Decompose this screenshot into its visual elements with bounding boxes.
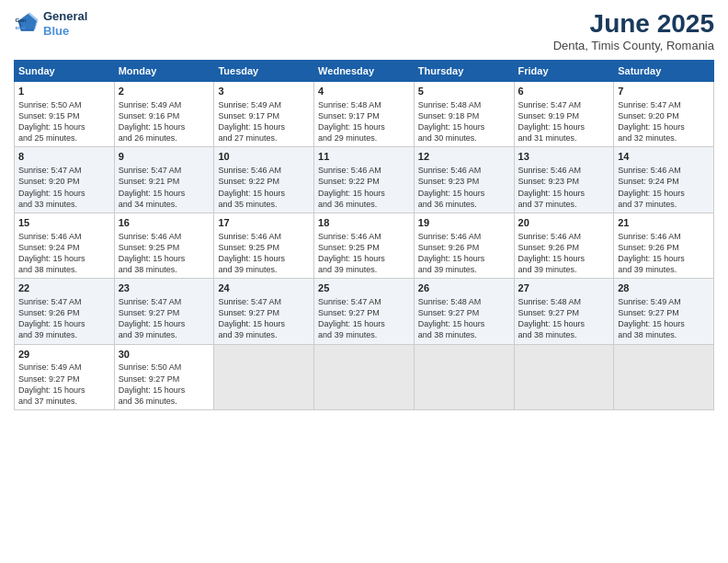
day-info-line: Sunrise: 5:49 AM <box>618 296 710 307</box>
day-info-line: Sunset: 9:27 PM <box>418 307 510 318</box>
day-info-line: Sunrise: 5:46 AM <box>418 231 510 242</box>
day-info-line: and 35 minutes. <box>218 199 310 210</box>
day-info-line: Daylight: 15 hours <box>119 318 210 329</box>
day-info-line: Sunrise: 5:46 AM <box>518 231 610 242</box>
day-number: 24 <box>218 282 310 295</box>
logo-text: GeneralBlue <box>43 9 87 38</box>
day-info-line: Sunrise: 5:48 AM <box>318 99 410 110</box>
day-info-line: Sunrise: 5:46 AM <box>618 231 710 242</box>
day-info-line: and 38 minutes. <box>518 329 610 340</box>
day-info-line: Daylight: 15 hours <box>119 253 210 264</box>
day-number: 1 <box>18 85 110 98</box>
day-info-line: and 37 minutes. <box>518 199 610 210</box>
day-info-line: Sunrise: 5:46 AM <box>518 165 610 176</box>
day-info-line: Daylight: 15 hours <box>318 318 410 329</box>
day-number: 17 <box>218 216 310 230</box>
day-info-line: Daylight: 15 hours <box>218 121 310 132</box>
day-info-line: Sunset: 9:21 PM <box>119 176 210 187</box>
day-number: 19 <box>418 216 510 230</box>
day-info-line: Daylight: 15 hours <box>18 188 110 199</box>
day-info-line: Sunrise: 5:46 AM <box>618 165 710 176</box>
day-info-line: Daylight: 15 hours <box>119 121 210 132</box>
day-info-line: Sunrise: 5:47 AM <box>18 165 110 176</box>
day-info-line: Sunrise: 5:47 AM <box>218 296 310 307</box>
day-number: 16 <box>119 216 210 230</box>
svg-text:Gen: Gen <box>16 17 27 23</box>
day-info-line: Sunset: 9:27 PM <box>218 307 310 318</box>
day-number: 25 <box>318 282 410 295</box>
header-cell-monday: Monday <box>114 61 214 82</box>
day-cell: 6Sunrise: 5:47 AMSunset: 9:19 PMDaylight… <box>514 82 614 147</box>
day-number: 18 <box>318 216 410 230</box>
header: Gen eral GeneralBlue June 2025 Denta, Ti… <box>14 9 714 52</box>
day-info-line: and 39 minutes. <box>318 264 410 275</box>
day-number: 13 <box>518 150 610 164</box>
day-number: 6 <box>518 85 610 98</box>
day-info-line: Sunrise: 5:46 AM <box>318 231 410 242</box>
day-info-line: Daylight: 15 hours <box>618 253 710 264</box>
day-info-line: Sunset: 9:27 PM <box>119 307 210 318</box>
logo-icon: Gen eral <box>14 11 40 37</box>
day-info-line: Sunset: 9:25 PM <box>218 242 310 253</box>
day-cell: 4Sunrise: 5:48 AMSunset: 9:17 PMDaylight… <box>314 82 415 147</box>
day-info-line: Sunset: 9:25 PM <box>318 242 410 253</box>
day-cell: 25Sunrise: 5:47 AMSunset: 9:27 PMDayligh… <box>314 279 415 344</box>
day-number: 12 <box>418 150 510 164</box>
day-info-line: Sunset: 9:26 PM <box>518 242 610 253</box>
week-row-5: 29Sunrise: 5:49 AMSunset: 9:27 PMDayligh… <box>15 344 714 409</box>
day-info-line: Sunset: 9:26 PM <box>418 242 510 253</box>
week-row-4: 22Sunrise: 5:47 AMSunset: 9:26 PMDayligh… <box>15 279 714 344</box>
day-cell: 12Sunrise: 5:46 AMSunset: 9:23 PMDayligh… <box>414 147 514 213</box>
day-cell: 23Sunrise: 5:47 AMSunset: 9:27 PMDayligh… <box>114 279 214 344</box>
day-info-line: and 29 minutes. <box>318 132 410 144</box>
day-info-line: and 31 minutes. <box>518 132 610 144</box>
day-info-line: Sunrise: 5:47 AM <box>318 296 410 307</box>
day-info-line: Daylight: 15 hours <box>518 121 610 132</box>
day-info-line: Daylight: 15 hours <box>418 253 510 264</box>
calendar-body: 1Sunrise: 5:50 AMSunset: 9:15 PMDaylight… <box>15 82 714 410</box>
day-info-line: Sunset: 9:18 PM <box>418 110 510 121</box>
day-number: 2 <box>119 85 210 98</box>
day-info-line: and 39 minutes. <box>518 264 610 275</box>
day-number: 4 <box>318 85 410 98</box>
day-info-line: Sunset: 9:27 PM <box>518 307 610 318</box>
day-info-line: Sunrise: 5:46 AM <box>119 231 210 242</box>
day-info-line: Daylight: 15 hours <box>618 188 710 199</box>
day-info-line: Sunset: 9:24 PM <box>618 176 710 187</box>
day-info-line: Daylight: 15 hours <box>618 121 710 132</box>
day-info-line: Sunset: 9:26 PM <box>18 307 110 318</box>
day-info-line: Daylight: 15 hours <box>518 253 610 264</box>
day-cell <box>614 344 714 409</box>
day-info-line: Daylight: 15 hours <box>318 121 410 132</box>
day-info-line: Sunrise: 5:49 AM <box>18 362 110 373</box>
day-info-line: and 38 minutes. <box>418 329 510 340</box>
day-number: 11 <box>318 150 410 164</box>
day-number: 30 <box>119 348 210 362</box>
day-info-line: Daylight: 15 hours <box>318 188 410 199</box>
day-info-line: Daylight: 15 hours <box>418 121 510 132</box>
day-info-line: Daylight: 15 hours <box>119 385 210 396</box>
day-info-line: Sunrise: 5:49 AM <box>119 99 210 110</box>
day-info-line: Sunset: 9:19 PM <box>518 110 610 121</box>
day-cell: 2Sunrise: 5:49 AMSunset: 9:16 PMDaylight… <box>114 82 214 147</box>
day-info-line: and 27 minutes. <box>218 132 310 144</box>
day-info-line: Sunset: 9:27 PM <box>618 307 710 318</box>
header-cell-friday: Friday <box>514 61 614 82</box>
day-info-line: and 37 minutes. <box>18 396 110 407</box>
day-info-line: Daylight: 15 hours <box>418 318 510 329</box>
day-info-line: Sunset: 9:22 PM <box>218 176 310 187</box>
week-row-3: 15Sunrise: 5:46 AMSunset: 9:24 PMDayligh… <box>15 213 714 278</box>
day-cell <box>214 344 314 409</box>
svg-text:eral: eral <box>16 24 26 30</box>
page: Gen eral GeneralBlue June 2025 Denta, Ti… <box>0 0 728 563</box>
day-info-line: and 39 minutes. <box>218 329 310 340</box>
day-cell: 16Sunrise: 5:46 AMSunset: 9:25 PMDayligh… <box>114 213 214 278</box>
day-cell: 1Sunrise: 5:50 AMSunset: 9:15 PMDaylight… <box>15 82 115 147</box>
day-info-line: Daylight: 15 hours <box>18 253 110 264</box>
day-info-line: Daylight: 15 hours <box>218 318 310 329</box>
day-info-line: and 36 minutes. <box>418 199 510 210</box>
day-info-line: Sunset: 9:27 PM <box>119 373 210 385</box>
day-info-line: and 37 minutes. <box>618 199 710 210</box>
day-info-line: Sunset: 9:16 PM <box>119 110 210 121</box>
day-info-line: Sunset: 9:23 PM <box>418 176 510 187</box>
